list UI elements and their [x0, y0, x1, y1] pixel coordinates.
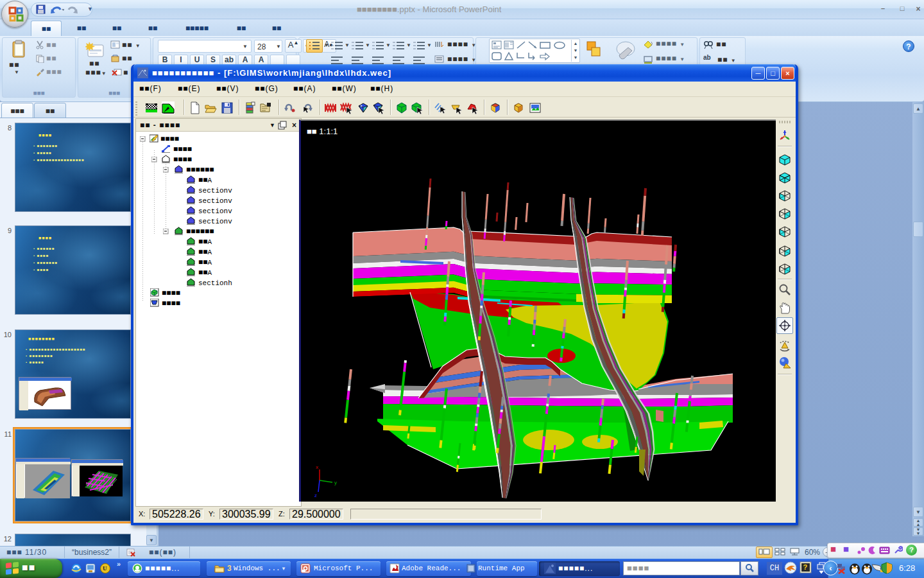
svg-text:U: U: [103, 565, 107, 572]
svg-text:z: z: [314, 493, 317, 498]
svg-text:■■ 1:1:1: ■■ 1:1:1: [307, 127, 338, 136]
svg-text:?: ?: [803, 563, 808, 571]
svg-text:x: x: [316, 464, 318, 470]
svg-text:y: y: [334, 480, 337, 486]
